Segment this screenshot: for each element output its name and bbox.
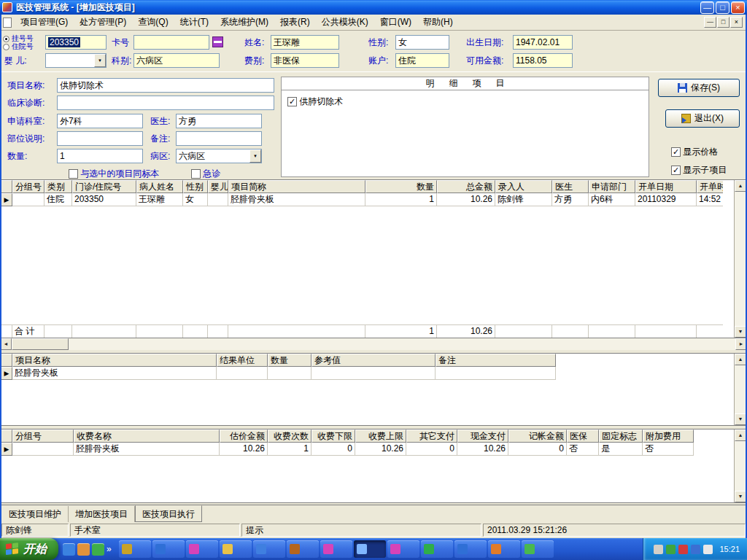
table-row-cell[interactable] [268,367,311,380]
task-window-button[interactable] [119,540,151,558]
detail-item-row[interactable]: ✓ 供肺切除术 [287,96,343,108]
task-window-button[interactable] [320,540,352,558]
table-row-cell[interactable]: 0 [406,443,457,456]
task-window-button[interactable] [488,540,520,558]
table-row-cell[interactable]: 否 [643,443,694,456]
menu-item[interactable]: 报表(R) [274,14,316,31]
table-row[interactable]: ▶胫腓骨夹板10.261010.26010.260否是否 [1,443,723,456]
scroll-up-icon[interactable]: ▲ [735,180,746,192]
grid-header-cell[interactable] [1,354,12,367]
birth-date-input[interactable]: 1947.02.01 [513,35,573,50]
table-row-cell[interactable]: 住院 [44,193,72,206]
grid-header-cell[interactable]: 医生 [552,180,589,193]
table-row-cell[interactable]: 陈剑锋 [495,193,552,206]
results-grid-vscrollbar[interactable]: ▲ ▼ [734,354,746,425]
grid-header-cell[interactable]: 录入人 [495,180,552,193]
menu-item[interactable]: 查询(Q) [132,14,174,31]
scroll-down-icon[interactable]: ▼ [735,413,746,425]
grid-header-cell[interactable]: 估价金额 [220,429,268,443]
hscroll-thumb[interactable] [12,338,69,350]
gender-input[interactable]: 女 [395,35,449,50]
table-row-cell[interactable]: ▶ [1,193,12,206]
scroll-down-icon[interactable]: ▼ [735,491,746,502]
scroll-up-icon[interactable]: ▲ [735,354,746,365]
remark-input[interactable] [176,131,262,146]
grid-header-cell[interactable]: 数量 [268,354,311,367]
emergency-option[interactable]: 急诊 [191,168,220,180]
table-row-cell[interactable]: 内6科 [589,193,635,206]
task-window-button[interactable] [454,540,487,558]
table-row-cell[interactable]: 胫腓骨夹板 [12,367,217,380]
grid-header-cell[interactable]: 分组号 [12,429,74,443]
table-row-cell[interactable]: 是 [599,443,643,456]
scroll-right-icon[interactable]: ► [735,338,747,350]
same-specimen-option[interactable]: 与选中的项目同标本 [69,168,159,180]
hscroll-track[interactable] [69,338,735,350]
start-button[interactable]: 开始 [0,538,58,560]
dept-input[interactable]: 六病区 [133,53,220,68]
mdi-restore-button[interactable]: □ [717,17,729,28]
scroll-up-icon[interactable]: ▲ [735,429,746,441]
scroll-left-icon[interactable]: ◄ [0,338,12,350]
card-number-input[interactable] [133,35,209,50]
task-window-button[interactable] [421,540,453,558]
part-input[interactable] [57,131,143,146]
grid-header-cell[interactable]: 项目简称 [228,180,365,193]
alert-tray-icon[interactable] [678,545,688,554]
grid-header-cell[interactable]: 结果单位 [217,354,268,367]
table-row-cell[interactable] [436,367,556,380]
table-row-cell[interactable]: ▶ [1,443,12,456]
tab-execute-project[interactable]: 医技项目执行 [135,505,202,522]
task-window-button[interactable] [287,540,319,558]
grid-header-cell[interactable]: 收费下限 [311,429,355,443]
table-row-cell[interactable]: 1 [268,443,311,456]
table-row-cell[interactable]: 0 [508,443,567,456]
tab-maintain-projects[interactable]: 医技项目维护 [2,506,69,522]
menu-item[interactable]: 帮助(H) [417,14,459,31]
baby-select[interactable]: ▼ [45,53,107,68]
grid-header-cell[interactable] [1,180,12,193]
table-row-cell[interactable]: 10.26 [457,443,508,456]
grid-header-cell[interactable]: 项目名称 [12,354,217,367]
table-row-cell[interactable]: 14:52 [697,193,723,206]
task-window-button[interactable] [253,540,285,558]
task-window-button[interactable] [186,540,218,558]
grid-header-cell[interactable]: 开单时间 [697,180,723,193]
fee-type-input[interactable]: 非医保 [271,53,339,68]
detail-item-checkbox[interactable]: ✓ [287,97,297,106]
table-row-cell[interactable]: 女 [183,193,208,206]
grid-header-cell[interactable]: 参考值 [311,354,436,367]
restore-button[interactable]: □ [716,1,729,14]
inpatient-number-radio[interactable]: 住院号 [3,42,44,50]
mdi-close-button[interactable]: × [730,17,743,28]
apply-dept-input[interactable]: 外7科 [57,114,143,128]
table-row-cell[interactable] [12,443,74,456]
msn-icon[interactable] [92,543,104,556]
grid-header-cell[interactable]: 记帐金额 [508,429,567,443]
network-tray-icon[interactable] [691,545,700,554]
minimize-button[interactable]: — [700,1,714,14]
task-window-button[interactable] [354,540,386,558]
table-row-cell[interactable]: 203350 [72,193,136,206]
orders-grid-vscrollbar[interactable]: ▲ ▼ [734,180,746,338]
table-row[interactable]: ▶住院203350王琛雕女胫腓骨夹板110.26陈剑锋方勇内6科20110329… [1,193,723,206]
scroll-down-icon[interactable]: ▼ [735,326,746,338]
menu-item[interactable]: 公共模块(K) [316,14,374,31]
card-reader-icon[interactable] [212,36,223,47]
table-row-cell[interactable]: 1 [365,193,437,206]
patient-name-input[interactable]: 王琛雕 [271,35,339,50]
doctor-input[interactable]: 方勇 [176,114,262,128]
grid-header-cell[interactable]: 开单日期 [635,180,697,193]
show-children-option[interactable]: ✓ 显示子项目 [671,164,727,176]
table-row-cell[interactable]: 0 [311,443,355,456]
exit-button[interactable]: 退出(X) [665,109,740,128]
fees-grid-vscrollbar[interactable]: ▲ ▼ [734,429,746,502]
account-input[interactable]: 住院 [395,53,449,68]
quick-launch-more-icon[interactable]: » [107,544,112,554]
balance-input[interactable]: 1158.05 [513,53,573,68]
table-row-cell[interactable]: ▶ [1,367,12,380]
table-row-cell[interactable]: 10.26 [355,443,406,456]
qty-input[interactable]: 1 [57,149,143,163]
emergency-checkbox[interactable] [191,169,201,179]
grid-header-cell[interactable]: 总金额 [437,180,495,193]
